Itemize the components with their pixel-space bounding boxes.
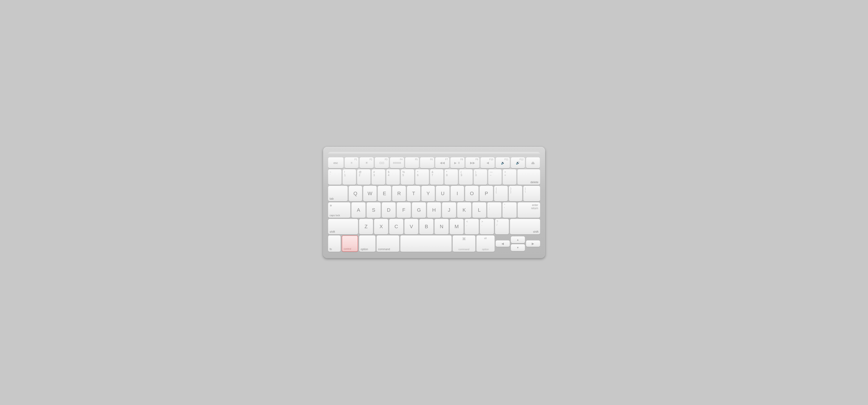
delete-label: delete [530,181,538,184]
key-f1[interactable]: F1 ✳ [345,157,359,168]
r-label: R [397,191,401,196]
key-j[interactable]: J [442,202,456,218]
command-right-symbol: ⌘ [462,237,466,241]
comma-bottom: , [466,223,468,226]
key-f4[interactable]: F4 ⊞⊞⊞⊞ [390,157,404,168]
key-arrow-left[interactable]: ◀ [496,241,510,247]
key-r[interactable]: R [392,186,406,201]
key-lbracket[interactable]: { [ [494,186,507,201]
key-m[interactable]: M [450,219,464,234]
key-b[interactable]: B [420,219,433,234]
quote-top: " [504,204,505,207]
key-f2[interactable]: F2 ☀ [360,157,374,168]
key-i[interactable]: I [451,186,464,201]
key-2[interactable]: @ 2 [357,169,370,185]
key-tilde[interactable]: ~ ` [328,169,341,185]
key-eject[interactable]: ⏏ [526,157,540,168]
key-option-right[interactable]: alt option [476,236,495,252]
y-label: Y [426,191,430,196]
b-label: B [425,224,428,229]
key-fn[interactable]: fn [328,236,341,252]
key-quote[interactable]: " ' [502,202,517,218]
key-q[interactable]: Q [349,186,362,201]
p-label: P [485,191,488,196]
key-arrow-up[interactable]: ▲ [511,236,525,243]
key-t[interactable]: T [407,186,420,201]
key-v[interactable]: V [404,219,418,234]
key-1[interactable]: ! 1 [343,169,356,185]
key-z[interactable]: Z [359,219,373,234]
key-f3[interactable]: F3 ⊡⊡ [375,157,389,168]
key-f12[interactable]: F12 🔊 [511,157,525,168]
key-5[interactable]: % 5 [401,169,414,185]
key-7[interactable]: & 7 [430,169,443,185]
key-3[interactable]: # 3 [372,169,385,185]
qwerty-row: tab Q W E R T Y U I [328,186,540,201]
key-f8[interactable]: F8 ▶ ⏸ [451,157,464,168]
key-f5[interactable]: F5 [405,157,419,168]
key-minus[interactable]: — – [488,169,502,185]
key-9[interactable]: ( 9 [459,169,472,185]
key-s[interactable]: S [367,202,381,218]
key-w[interactable]: W [363,186,377,201]
key-capslock[interactable]: caps lock [328,202,350,218]
key-k[interactable]: K [457,202,471,218]
key-f6[interactable]: F6 [420,157,434,168]
key-l[interactable]: L [472,202,487,218]
key-u[interactable]: U [436,186,449,201]
key-y[interactable]: Y [422,186,435,201]
3-labels: # 3 [373,170,375,177]
key-comma[interactable]: < , [465,219,479,234]
comma-labels: < , [466,220,468,227]
command-right-label: command [458,248,469,251]
backslash-labels: | \ [525,187,526,193]
key-esc[interactable]: esc [328,157,344,168]
key-n[interactable]: N [435,219,448,234]
key-x[interactable]: X [374,219,388,234]
key-8[interactable]: * 8 [444,169,458,185]
key-d[interactable]: D [382,202,396,218]
equals-labels: + = [504,170,506,177]
5-top: % [402,170,405,174]
key-h[interactable]: H [427,202,441,218]
key-g[interactable]: G [412,202,426,218]
key-f7[interactable]: F7 ◀◀ [435,157,449,168]
key-semicolon[interactable]: : ; [487,202,501,218]
backslash-top: | [525,187,526,190]
number-row: ~ ` ! 1 @ 2 # 3 [328,169,540,185]
key-4[interactable]: $ 4 [386,169,400,185]
key-period[interactable]: > . [480,219,494,234]
key-6[interactable]: ^ 6 [415,169,429,185]
minus-bottom: – [490,174,493,177]
key-arrow-right[interactable]: ▶ [526,241,540,247]
key-command-left[interactable]: command [377,236,399,252]
key-equals[interactable]: + = [503,169,516,185]
key-p[interactable]: P [479,186,493,201]
4-top: $ [388,170,390,174]
key-f11[interactable]: F11 🔉 [496,157,510,168]
key-rbracket[interactable]: } ] [509,186,522,201]
key-shift-right[interactable]: shift [510,219,540,234]
key-0[interactable]: ) 0 [474,169,487,185]
key-option-left[interactable]: option [359,236,375,252]
key-c[interactable]: C [389,219,403,234]
key-f10[interactable]: F10 ◀ [480,157,495,168]
key-delete[interactable]: delete [518,169,540,185]
key-a[interactable]: A [351,202,366,218]
key-enter[interactable]: enter return [518,202,540,218]
9-top: ( [461,170,462,174]
key-slash[interactable]: ? / [495,219,509,234]
key-e[interactable]: E [378,186,391,201]
key-arrow-down[interactable]: ▼ [511,244,525,251]
key-f9[interactable]: F9 ▶▶ [466,157,479,168]
key-space[interactable] [400,236,452,252]
1-top: ! [344,170,346,174]
key-shift-left[interactable]: shift [328,219,358,234]
key-command-right[interactable]: ⌘ command [453,236,475,252]
key-backslash[interactable]: | \ [523,186,540,201]
key-f[interactable]: F [397,202,411,218]
key-tab[interactable]: tab [328,186,348,201]
key-control[interactable]: control [342,236,358,252]
rbracket-bottom: ] [510,190,512,193]
key-o[interactable]: O [465,186,478,201]
